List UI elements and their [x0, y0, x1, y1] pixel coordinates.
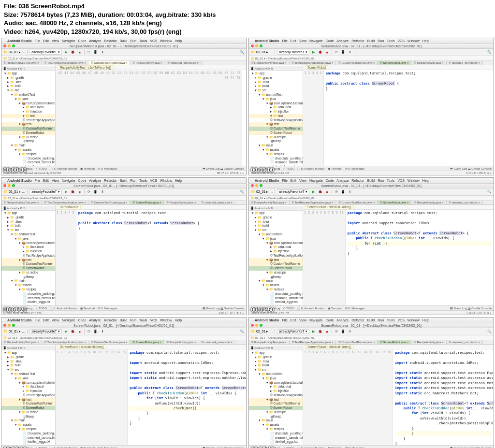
menu-item[interactable]: Analyze [336, 39, 349, 43]
tree-node[interactable]: ▾ 📦 com.sqisland.tutorial.recipes [1, 241, 55, 246]
code-content[interactable]: package com.sqisland.tutorial.recipes.te… [324, 70, 494, 166]
menu-item[interactable]: Tools [139, 318, 147, 322]
sync-icon[interactable]: ⟳ [334, 50, 339, 55]
tree-node[interactable]: ▾ 📁 src [249, 368, 303, 372]
menu-item[interactable]: Help [422, 39, 429, 43]
menu-item[interactable]: File [35, 179, 40, 182]
tool-window-tab[interactable]: ✉ 0: Messages [345, 306, 365, 310]
tree-node[interactable]: 📄 creamed_carrots.txt [1, 296, 55, 301]
search-icon[interactable]: 🔍 [239, 189, 244, 194]
menu-item[interactable]: Run [378, 39, 384, 43]
editor-tab[interactable]: © creamed_carrots.txt × [199, 201, 235, 204]
code-editor[interactable]: 1 2 3 4 5 6 7 8 9 10 11 12 13 14 15 pack… [56, 349, 246, 445]
menu-item[interactable]: Window [160, 39, 172, 43]
tool-window-tab[interactable]: ⬚ 6: Android Monitor [50, 446, 77, 448]
tree-node[interactable]: ▾ 📁 test [249, 114, 303, 118]
project-sidebar[interactable]: 📱 Android ▾ ⚙ ⇅▾ 📁 app▸ 📁 .gradle▸ 📁 .id… [1, 345, 56, 445]
debug-icon[interactable]: 🐞 [318, 329, 323, 334]
run-icon[interactable]: ▶ [64, 189, 69, 194]
tree-node[interactable]: ▾ 📁 androidTest [249, 372, 303, 376]
tree-node[interactable]: ▾ 📁 assets [1, 283, 55, 288]
tree-node[interactable]: © CustomTestRunner [249, 402, 303, 406]
tree-node[interactable]: ▾ 📁 java [249, 97, 303, 101]
menu-item[interactable]: Run [378, 179, 384, 182]
menu-item[interactable]: File [282, 39, 288, 43]
editor-breadcrumb[interactable]: ScreenRobot › checkIsHidden() [56, 345, 246, 349]
editor-tab[interactable]: © RecipeActivity.java × [130, 61, 165, 65]
code-content[interactable]: package com.sqisland.tutorial.recipes.te… [128, 349, 246, 445]
project-sidebar[interactable]: 📱 Android ▾ ⚙ ⇅▾ 📁 app▸ 📁 .gradle▸ 📁 .id… [249, 345, 303, 445]
zoom-icon[interactable] [12, 184, 15, 187]
menu-item[interactable]: Navigate [62, 318, 75, 322]
tree-node[interactable]: ▸ 📁 injection [1, 110, 55, 114]
tree-node[interactable]: © CustomTestRunner [1, 127, 55, 131]
run-config[interactable]: alreadyFavoriteT ▾ [277, 189, 309, 194]
editor-tab[interactable]: © ScreenRobot.java × [130, 201, 164, 204]
menu-item[interactable]: View [299, 39, 306, 43]
tree-node[interactable]: ▸ 📁 build [1, 363, 55, 368]
tree-node[interactable]: 📄 creamed_carrots.txt [249, 436, 303, 440]
tree-node[interactable]: 📄 chocolate_pudding.txt [249, 292, 303, 296]
stop-icon[interactable]: ■ [325, 189, 330, 194]
menu-item[interactable]: View [299, 318, 306, 322]
debug-icon[interactable]: 🐞 [71, 329, 75, 334]
tree-node[interactable]: © CustomTestRunner [1, 262, 55, 266]
tool-window-tab[interactable]: ✓ TODO [35, 306, 47, 310]
editor-tab[interactable]: © RecipeActivityTest.java × [249, 201, 290, 204]
debug-icon[interactable]: 🐞 [318, 189, 323, 194]
tree-node[interactable]: ▸ 📁 .gradle [1, 355, 55, 360]
breadcrumb[interactable]: 📁 02_01 ▸ ~/Desktop/ExerciseFiles/CH02/0… [1, 196, 246, 201]
tree-node[interactable]: ▾ 📁 ui.recipe [1, 271, 55, 275]
close-icon[interactable] [3, 324, 6, 327]
run-icon[interactable]: ▶ [64, 50, 69, 55]
run-config[interactable]: alreadyFavoriteT ▾ [29, 189, 61, 194]
tree-node[interactable]: 📄 deviled_eggs.txt [249, 440, 303, 444]
editor-tab[interactable]: © RecipeActivityTest.java × [1, 61, 42, 65]
editor-tab[interactable]: © RecipeActivityTest.java × [249, 61, 290, 65]
editor-tab[interactable]: © CustomTestRunner.java × [88, 61, 130, 65]
editor-tab[interactable]: © creamed_carrots.txt × [447, 201, 483, 204]
editor-tab[interactable]: © creamed_carrots.txt × [447, 61, 483, 65]
editor-tab[interactable]: © TestRecipesApplication.java × [290, 201, 336, 204]
tree-node[interactable]: ▾ 📁 app [249, 72, 303, 76]
menu-item[interactable]: View [52, 318, 59, 322]
avd-icon[interactable]: 📱 [93, 329, 98, 334]
breadcrumb[interactable]: 📁 02_01 ▸ ~/Desktop/ExerciseFiles/CH02/0… [1, 56, 246, 61]
menu-item[interactable]: Navigate [62, 39, 75, 43]
tree-node[interactable]: ▸ 📁 build [249, 224, 303, 228]
editor-tab[interactable]: © TestRecipesApplication.java × [42, 201, 89, 204]
run-icon[interactable]: ▶ [311, 189, 316, 194]
tree-node[interactable]: ▸ 📁 .gradle [249, 355, 303, 360]
tree-node[interactable]: © ScreenRobot [249, 406, 303, 410]
tree-node[interactable]: ▸ 📁 data.local [1, 245, 55, 249]
editor-tab[interactable]: © ScreenRobot.java × [378, 201, 411, 204]
menu-item[interactable]: Tools [387, 179, 394, 182]
menu-item[interactable]: Window [160, 318, 172, 322]
search-icon[interactable]: 🔍 [239, 329, 244, 334]
breadcrumb[interactable]: 📁 02_01 ▸ ~/Desktop/ExerciseFiles/CH02/0… [249, 196, 494, 201]
debug-icon[interactable]: 🐞 [318, 50, 323, 55]
tool-window-tab[interactable]: ⬚ 6: Android Monitor [297, 167, 324, 170]
editor-tab[interactable]: © TestRecipesApplication.java × [42, 340, 89, 344]
tree-node[interactable]: ▸ 📁 build [1, 224, 55, 228]
menu-item[interactable]: Help [175, 179, 182, 182]
menu-item[interactable]: Navigate [62, 179, 75, 182]
zoom-icon[interactable] [260, 324, 262, 327]
tree-node[interactable]: 📄 deviled_eggs.txt [249, 300, 303, 304]
menu-item[interactable]: Build [120, 318, 128, 322]
event-log[interactable]: ⬒ Event Log ⬓ Gradle Console [203, 306, 244, 310]
sidebar-header[interactable]: 📱 Android ▾ ⚙ ⇅ [1, 346, 55, 350]
menu-item[interactable]: Run [378, 318, 384, 322]
sidebar-header[interactable]: 📱 Android ▾ ⚙ ⇅ [1, 206, 55, 211]
run-config[interactable]: alreadyFavoriteT ▾ [277, 50, 309, 55]
sync-icon[interactable]: ⟳ [87, 189, 91, 194]
menu-item[interactable]: Build [367, 39, 375, 43]
editor-tab[interactable]: © TestRecipesApplication.java × [42, 61, 89, 65]
tree-node[interactable]: ▾ 📁 main [249, 279, 303, 283]
search-icon[interactable]: 🔍 [487, 189, 492, 194]
code-editor[interactable]: 1 2 3 4 5 package com.sqisland.tutorial.… [56, 210, 246, 305]
editor-tab[interactable]: © RecipeActivity.java × [411, 201, 446, 204]
stop-icon[interactable]: ■ [77, 50, 82, 55]
tool-window-tab[interactable]: ✉ 0: Messages [345, 446, 365, 448]
tree-node[interactable]: ▾ 📁 assets [1, 148, 55, 152]
